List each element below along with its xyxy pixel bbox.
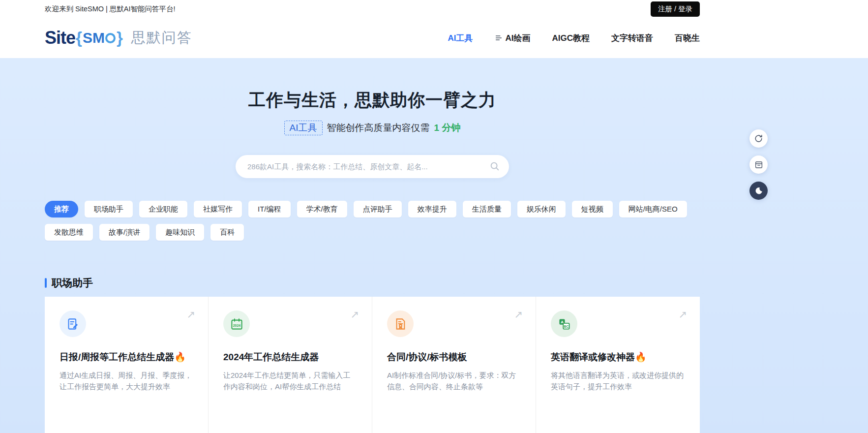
search-bar: [236, 155, 509, 178]
hero-subtitle-text: 智能创作高质量内容仅需: [327, 122, 430, 134]
nav-item-text-to-speech[interactable]: 文字转语音: [611, 32, 653, 44]
archive-box-icon: [754, 160, 763, 169]
filter-chips: 推荐职场助手企业职能社媒写作IT/编程学术/教育点评助手效率提升生活质量娱乐休闲…: [45, 201, 700, 241]
nav-item-label: AIGC教程: [552, 32, 590, 44]
svg-text:2024: 2024: [233, 324, 240, 327]
hero-subtitle: AI工具 智能创作高质量内容仅需 1 分钟: [45, 121, 700, 135]
filter-chip-3[interactable]: 社媒写作: [194, 201, 242, 217]
section-title: 职场助手: [52, 276, 93, 290]
filter-chip-13[interactable]: 故事/演讲: [99, 224, 150, 241]
tool-card-1[interactable]: 2024↗2024年工作总结生成器让2024年工作总结更简单，只需输入工作内容和…: [209, 297, 372, 433]
svg-text:BC: BC: [564, 324, 569, 328]
tool-card-0[interactable]: ↗日报/周报等工作总结生成器🔥通过AI生成日报、周报、月报、季度报，让工作报告更…: [45, 297, 209, 433]
filter-chip-12[interactable]: 发散思维: [45, 224, 93, 241]
filter-chip-0[interactable]: 推荐: [45, 201, 78, 217]
logo-brace-close: }: [117, 29, 123, 47]
nav-item-aigc-tutorial[interactable]: AIGC教程: [552, 32, 590, 44]
filter-chip-11[interactable]: 网站/电商/SEO: [619, 201, 687, 217]
nav-item-label: AI工具: [448, 32, 473, 44]
nav-item-label: 百晓生: [675, 32, 700, 44]
section-accent-bar: [45, 278, 47, 288]
tool-card-description: 通过AI生成日报、周报、月报、季度报，让工作报告更简单，大大提升效率: [60, 370, 193, 393]
nav-item-ai-tools[interactable]: AI工具: [448, 32, 473, 44]
menu-lines-icon: [495, 34, 503, 42]
open-arrow-icon[interactable]: ↗: [514, 309, 523, 320]
filter-chip-1[interactable]: 职场助手: [85, 201, 133, 217]
main-nav: AI工具AI绘画AIGC教程文字转语音百晓生: [426, 32, 700, 44]
logo-site-text: Site: [45, 28, 75, 48]
hero-section: 工作与生活，思默助你一臂之力 AI工具 智能创作高质量内容仅需 1 分钟 推荐职…: [0, 58, 868, 433]
hero-highlight-text: 1 分钟: [434, 122, 461, 134]
nav-item-baixiaosheng[interactable]: 百晓生: [675, 32, 700, 44]
floating-toolbar: [749, 129, 768, 200]
logo-sm-text: SM: [83, 30, 105, 46]
feedback-float-button[interactable]: [749, 155, 768, 174]
filter-chip-10[interactable]: 短视频: [572, 201, 613, 217]
open-arrow-icon[interactable]: ↗: [186, 309, 195, 320]
tool-card-title: 日报/周报等工作总结生成器🔥: [60, 351, 193, 364]
announcement-bar: 欢迎来到 SiteSMO | 思默AI智能问答平台! 注册 / 登录: [0, 0, 868, 18]
tool-card-description: 将其他语言翻译为英语，或改进你提供的英语句子，提升工作效率: [551, 370, 685, 393]
open-arrow-icon[interactable]: ↗: [678, 309, 687, 320]
site-logo[interactable]: Site { SM } 思默问答: [45, 28, 192, 48]
filter-chip-8[interactable]: 生活质量: [463, 201, 511, 217]
hero-title: 工作与生活，思默助你一臂之力: [45, 58, 700, 112]
filter-chip-7[interactable]: 效率提升: [408, 201, 456, 217]
filter-chip-5[interactable]: 学术/教育: [297, 201, 347, 217]
tool-card-title: 合同/协议/标书模板: [387, 351, 521, 364]
translate-icon: ABC: [551, 310, 577, 337]
open-arrow-icon[interactable]: ↗: [350, 309, 359, 320]
nav-item-label: 文字转语音: [611, 32, 653, 44]
tool-card-title: 英语翻译或修改神器🔥: [551, 351, 685, 364]
logo-o-mark-icon: [105, 33, 116, 43]
refresh-float-button[interactable]: [749, 129, 768, 148]
search-input[interactable]: [236, 155, 509, 178]
filter-chip-6[interactable]: 点评助手: [354, 201, 402, 217]
logo-chinese-name: 思默问答: [131, 28, 192, 48]
filter-chip-14[interactable]: 趣味知识: [156, 224, 204, 241]
refresh-icon: [754, 134, 763, 143]
nav-item-ai-painting[interactable]: AI绘画: [495, 32, 531, 44]
filter-chip-2[interactable]: 企业职能: [139, 201, 187, 217]
calendar-2024-icon: 2024: [223, 310, 250, 337]
tool-card-title: 2024年工作总结生成器: [223, 351, 357, 364]
tool-card-description: AI制作标准合同/协议/标书，要求：双方信息、合同内容、终止条款等: [387, 370, 521, 393]
register-login-button[interactable]: 注册 / 登录: [651, 1, 700, 17]
tool-card-3[interactable]: ABC↗英语翻译或修改神器🔥将其他语言翻译为英语，或改进你提供的英语句子，提升工…: [536, 297, 700, 433]
logo-brace-open: {: [76, 29, 82, 47]
tool-card-2[interactable]: ↗合同/协议/标书模板AI制作标准合同/协议/标书，要求：双方信息、合同内容、终…: [372, 297, 536, 433]
ai-tools-badge: AI工具: [284, 121, 323, 135]
filter-chip-9[interactable]: 娱乐休闲: [517, 201, 566, 217]
moon-icon: [754, 186, 763, 195]
nav-item-label: AI绘画: [506, 32, 531, 44]
site-header: Site { SM } 思默问答 AI工具AI绘画AIGC教程文字转语音百晓生: [0, 18, 868, 58]
search-icon[interactable]: [489, 161, 500, 174]
section-header: 职场助手: [45, 276, 700, 290]
contract-icon: [387, 310, 414, 337]
tool-card-description: 让2024年工作总结更简单，只需输入工作内容和岗位，AI帮你生成工作总结: [223, 370, 357, 393]
filter-chip-15[interactable]: 百科: [210, 224, 244, 241]
dark-mode-float-button[interactable]: [749, 182, 768, 200]
tool-cards: ↗日报/周报等工作总结生成器🔥通过AI生成日报、周报、月报、季度报，让工作报告更…: [45, 297, 700, 433]
filter-chip-4[interactable]: IT/编程: [248, 201, 291, 217]
doc-edit-icon: [60, 310, 86, 337]
welcome-text: 欢迎来到 SiteSMO | 思默AI智能问答平台!: [45, 4, 176, 14]
